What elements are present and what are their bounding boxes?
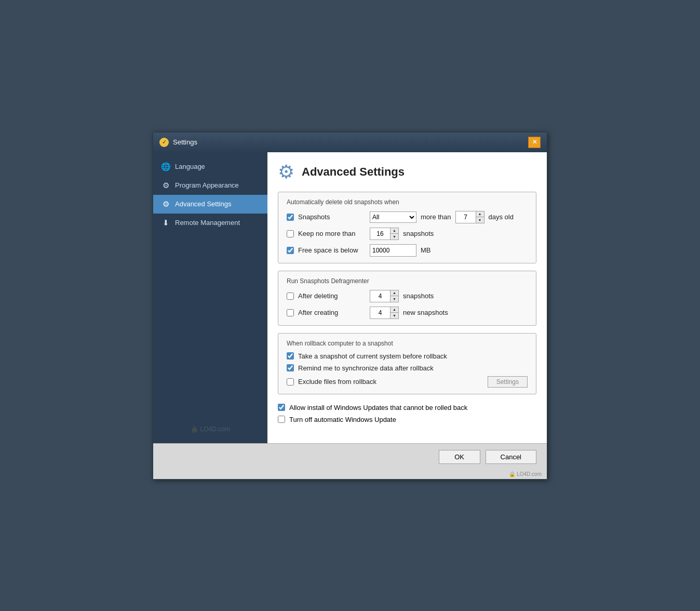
- footer-watermark: 🔒 LO4D.com: [153, 470, 547, 479]
- days-down-btn[interactable]: ▼: [476, 217, 484, 223]
- close-button[interactable]: ✕: [528, 137, 541, 148]
- sidebar-label-advanced-settings: Advanced Settings: [175, 200, 231, 208]
- program-appearance-icon: ⚙: [160, 180, 171, 191]
- snapshots-dropdown[interactable]: All System Data: [370, 211, 416, 223]
- more-than-text: more than: [421, 213, 451, 221]
- app-icon: ✓: [159, 138, 169, 147]
- after-creating-up-btn[interactable]: ▲: [391, 307, 398, 313]
- title-bar: ✓ Settings ✕: [153, 132, 547, 152]
- title-bar-left: ✓ Settings: [159, 138, 197, 147]
- days-up-btn[interactable]: ▲: [476, 211, 484, 218]
- sidebar-item-advanced-settings[interactable]: ⚙ Advanced Settings: [153, 195, 267, 214]
- auto-delete-section: Automatically delete old snapshots when …: [278, 192, 536, 263]
- content-area: 🌐 Language ⚙ Program Appearance ⚙ Advanc…: [153, 152, 547, 443]
- after-creating-spinner-buttons: ▲ ▼: [390, 307, 398, 318]
- language-icon: 🌐: [160, 162, 171, 172]
- rollback-section: When rollback computer to a snapshot Tak…: [278, 333, 536, 394]
- after-creating-checkbox[interactable]: [287, 309, 294, 316]
- window-title: Settings: [173, 138, 197, 146]
- keep-spinner-buttons: ▲ ▼: [390, 228, 398, 240]
- defragmenter-section: Run Snasphots Defragmenter After deletin…: [278, 271, 536, 326]
- days-spinner: ▲ ▼: [455, 211, 484, 223]
- sidebar-item-remote-management[interactable]: ⬇ Remote Management: [153, 214, 267, 232]
- free-space-input[interactable]: [370, 244, 416, 257]
- remind-label: Remind me to synchronize data after roll…: [298, 364, 434, 372]
- remote-management-icon: ⬇: [160, 218, 171, 228]
- keep-input[interactable]: [370, 228, 390, 240]
- advanced-settings-icon: ⚙: [160, 199, 171, 209]
- turn-off-checkbox[interactable]: [278, 416, 285, 423]
- sidebar-watermark: 🔒 LO4D.com: [191, 426, 230, 433]
- keep-up-btn[interactable]: ▲: [391, 228, 398, 234]
- after-deleting-label: After deleting: [298, 292, 366, 300]
- panel-title: Advanced Settings: [302, 165, 405, 179]
- settings-window: ✓ Settings ✕ 🌐 Language ⚙ Program Appear…: [153, 132, 547, 480]
- turn-off-label: Turn off automatic Windows Update: [289, 416, 396, 423]
- free-space-checkbox[interactable]: [287, 247, 294, 254]
- free-space-row: Free space is below MB: [287, 244, 528, 257]
- after-deleting-row: After deleting ▲ ▼ snapshots: [287, 290, 528, 302]
- after-creating-label: After creating: [298, 309, 366, 316]
- after-deleting-down-btn[interactable]: ▼: [391, 296, 398, 302]
- take-snapshot-label: Take a snapshot of current system before…: [298, 352, 447, 360]
- snapshots-row: Snapshots All System Data more than ▲ ▼: [287, 211, 528, 223]
- sidebar-item-program-appearance[interactable]: ⚙ Program Appearance: [153, 176, 267, 195]
- allow-install-row: Allow install of Windows Updates that ca…: [278, 404, 536, 411]
- after-deleting-checkbox[interactable]: [287, 293, 294, 300]
- sidebar-label-language: Language: [175, 163, 205, 170]
- take-snapshot-row: Take a snapshot of current system before…: [287, 352, 528, 360]
- allow-install-checkbox[interactable]: [278, 404, 285, 411]
- cancel-button[interactable]: Cancel: [486, 450, 536, 464]
- keep-spinner: ▲ ▼: [370, 228, 399, 240]
- sidebar-label-program-appearance: Program Appearance: [175, 181, 239, 189]
- allow-install-label: Allow install of Windows Updates that ca…: [289, 404, 467, 411]
- after-creating-down-btn[interactable]: ▼: [391, 313, 398, 318]
- remind-row: Remind me to synchronize data after roll…: [287, 364, 528, 372]
- days-spinner-buttons: ▲ ▼: [476, 211, 484, 223]
- snapshots-checkbox[interactable]: [287, 214, 294, 221]
- days-old-text: days old: [489, 213, 514, 221]
- keep-snapshots-unit: snapshots: [403, 230, 434, 237]
- ok-button[interactable]: OK: [439, 450, 480, 464]
- keep-no-more-label: Keep no more than: [298, 230, 366, 237]
- defragmenter-title: Run Snasphots Defragmenter: [287, 277, 528, 285]
- after-creating-row: After creating ▲ ▼ new snapshots: [287, 307, 528, 319]
- footer-bar: OK Cancel: [153, 443, 547, 470]
- sidebar: 🌐 Language ⚙ Program Appearance ⚙ Advanc…: [153, 152, 267, 443]
- rollback-title: When rollback computer to a snapshot: [287, 340, 528, 347]
- exclude-checkbox[interactable]: [287, 378, 294, 386]
- keep-no-more-row: Keep no more than ▲ ▼ snapshots: [287, 228, 528, 240]
- panel-gear-icon: ⚙: [278, 163, 294, 181]
- auto-delete-title: Automatically delete old snapshots when: [287, 198, 528, 206]
- after-creating-input[interactable]: [370, 307, 390, 318]
- keep-no-more-checkbox[interactable]: [287, 230, 294, 237]
- take-snapshot-checkbox[interactable]: [287, 352, 294, 360]
- exclude-label: Exclude files from rollback: [298, 378, 483, 386]
- after-creating-unit: new snapshots: [403, 309, 448, 316]
- panel-header: ⚙ Advanced Settings: [278, 163, 536, 181]
- sidebar-label-remote-management: Remote Management: [175, 219, 240, 227]
- exclude-row: Exclude files from rollback Settings: [287, 376, 528, 388]
- after-creating-spinner: ▲ ▼: [370, 307, 399, 319]
- mb-unit: MB: [421, 246, 431, 254]
- after-deleting-spinner-buttons: ▲ ▼: [390, 290, 398, 302]
- after-deleting-up-btn[interactable]: ▲: [391, 290, 398, 297]
- windows-updates-section: Allow install of Windows Updates that ca…: [278, 402, 536, 426]
- days-input[interactable]: [456, 211, 476, 223]
- keep-down-btn[interactable]: ▼: [391, 234, 398, 240]
- after-deleting-spinner: ▲ ▼: [370, 290, 399, 302]
- snapshots-label: Snapshots: [298, 213, 366, 221]
- main-panel: ⚙ Advanced Settings Automatically delete…: [267, 152, 547, 443]
- free-space-label: Free space is below: [298, 246, 366, 254]
- after-deleting-unit: snapshots: [403, 292, 434, 300]
- after-deleting-input[interactable]: [370, 290, 390, 302]
- turn-off-row: Turn off automatic Windows Update: [278, 416, 536, 423]
- remind-checkbox[interactable]: [287, 364, 294, 371]
- sidebar-item-language[interactable]: 🌐 Language: [153, 157, 267, 176]
- rollback-settings-button[interactable]: Settings: [488, 376, 528, 388]
